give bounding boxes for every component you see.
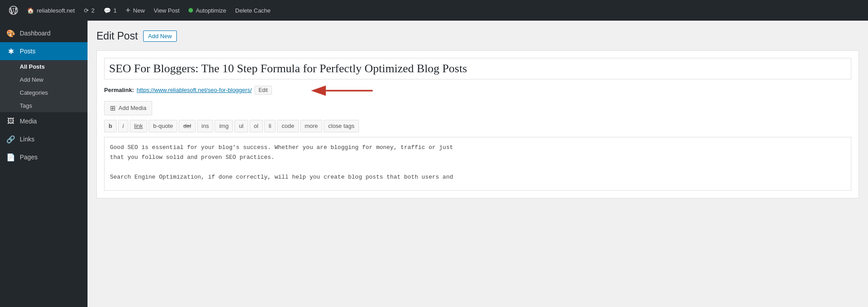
add-media-button[interactable]: ⊞ Add Media (104, 101, 152, 115)
adminbar-delete-cache[interactable]: Delete Cache (231, 0, 275, 21)
admin-sidebar: 🎨 Dashboard ✱ Posts All Posts Add New Ca… (0, 21, 88, 307)
main-wrapper: 🎨 Dashboard ✱ Posts All Posts Add New Ca… (0, 21, 868, 307)
post-edit-area: Permalink: https://www.reliablesoft.net/… (96, 50, 859, 198)
add-new-button[interactable]: Add New (143, 31, 177, 42)
links-icon: 🔗 (6, 135, 15, 144)
media-icon: 🖼 (6, 117, 15, 126)
format-close-tags-button[interactable]: close tags (324, 120, 359, 132)
adminbar-wp-logo[interactable] (4, 0, 22, 21)
autoptimize-status-dot (189, 8, 193, 13)
posts-icon: ✱ (6, 47, 15, 56)
sidebar-subitem-add-new[interactable]: Add New (0, 73, 88, 86)
home-icon: 🏠 (27, 7, 34, 14)
media-add-icon: ⊞ (110, 104, 116, 112)
new-plus-icon: + (126, 6, 131, 15)
editor-content-area[interactable]: Good SEO is essential for your blog’s su… (104, 137, 851, 191)
dashboard-icon: 🎨 (6, 29, 15, 38)
main-content: Edit Post Add New Permalink: https://www… (88, 21, 868, 307)
page-title: Edit Post (96, 30, 138, 43)
admin-bar: 🏠 reliablesoft.net ⟳ 2 💬 1 + New View Po… (0, 0, 868, 21)
comments-icon: 💬 (104, 7, 111, 14)
sidebar-item-posts[interactable]: ✱ Posts (0, 42, 88, 60)
permalink-row: Permalink: https://www.reliablesoft.net/… (104, 86, 851, 95)
permalink-url[interactable]: https://www.reliablesoft.net/seo-for-blo… (136, 87, 252, 93)
sidebar-item-dashboard[interactable]: 🎨 Dashboard (0, 24, 88, 42)
sidebar-item-media[interactable]: 🖼 Media (0, 112, 88, 130)
adminbar-view-post[interactable]: View Post (149, 0, 184, 21)
adminbar-comments[interactable]: 💬 1 (99, 0, 121, 21)
format-bquote-button[interactable]: b-quote (149, 120, 177, 132)
permalink-edit-container: Edit (254, 86, 272, 95)
sidebar-item-links[interactable]: 🔗 Links (0, 130, 88, 148)
format-code-button[interactable]: code (277, 120, 298, 132)
format-toolbar: b i link b-quote del ins img ul ol li co… (104, 120, 851, 132)
permalink-edit-button[interactable]: Edit (254, 86, 272, 95)
adminbar-new[interactable]: + New (121, 0, 149, 21)
updates-icon: ⟳ (84, 7, 89, 14)
adminbar-autoptimize[interactable]: Autoptimize (184, 0, 231, 21)
sidebar-subitem-tags[interactable]: Tags (0, 99, 88, 112)
format-ul-button[interactable]: ul (234, 120, 248, 132)
adminbar-updates[interactable]: ⟳ 2 (79, 0, 99, 21)
format-bold-button[interactable]: b (104, 120, 117, 132)
format-italic-button[interactable]: i (118, 120, 128, 132)
sidebar-subitem-all-posts[interactable]: All Posts (0, 60, 88, 73)
adminbar-site-name[interactable]: 🏠 reliablesoft.net (22, 0, 79, 21)
post-title-input[interactable] (104, 58, 851, 79)
format-li-button[interactable]: li (264, 120, 276, 132)
annotation-arrow (290, 84, 380, 97)
sidebar-subitem-categories[interactable]: Categories (0, 86, 88, 99)
format-img-button[interactable]: img (215, 120, 233, 132)
sidebar-item-pages[interactable]: 📄 Pages (0, 148, 88, 166)
format-more-button[interactable]: more (300, 120, 323, 132)
format-ins-button[interactable]: ins (197, 120, 214, 132)
format-link-button[interactable]: link (130, 120, 148, 132)
page-header: Edit Post Add New (96, 30, 859, 43)
format-ol-button[interactable]: ol (250, 120, 263, 132)
permalink-label: Permalink: (104, 87, 134, 93)
editor-toolbar: ⊞ Add Media (104, 101, 851, 115)
pages-icon: 📄 (6, 153, 15, 162)
format-del-button[interactable]: del (179, 120, 195, 132)
